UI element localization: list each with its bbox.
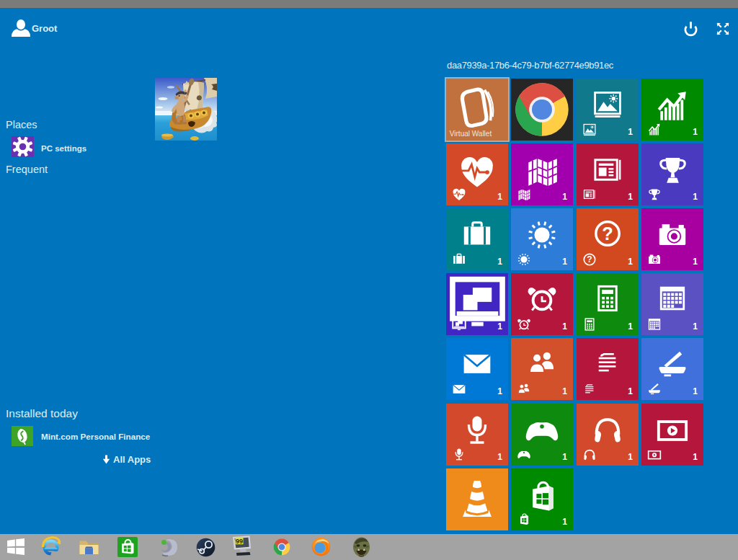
svg-text:?: ? <box>602 223 613 244</box>
svg-text:?: ? <box>587 254 592 265</box>
svg-text:99: 99 <box>236 538 243 545</box>
